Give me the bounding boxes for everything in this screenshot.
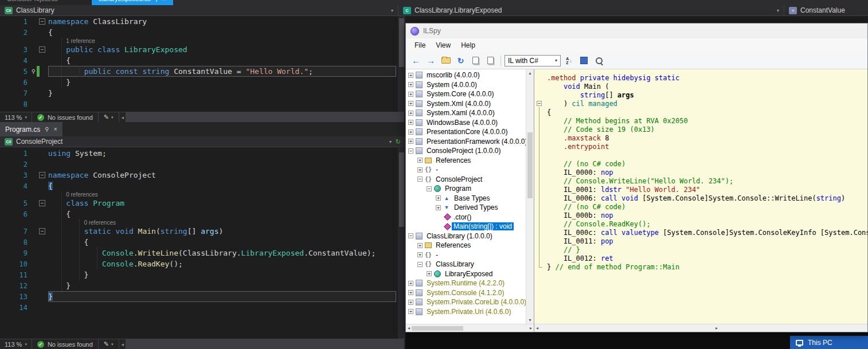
tree-expander[interactable]: +: [417, 158, 423, 163]
back-icon[interactable]: [409, 54, 423, 67]
tree-item[interactable]: +{}-: [406, 165, 534, 175]
edit-mode-control[interactable]: ✎ ▾: [99, 112, 119, 122]
dropdown-arrow-icon[interactable]: ▾: [777, 8, 779, 13]
tree-expander[interactable]: +: [436, 195, 441, 201]
code-line[interactable]: 3−namespace ConsoleProject: [0, 170, 405, 181]
sync-icon[interactable]: ↻: [396, 138, 401, 146]
zoom-control[interactable]: 113 % ▾: [0, 339, 32, 349]
tree-expander[interactable]: +: [417, 243, 423, 248]
tree-item[interactable]: −{}ClassLibrary: [406, 260, 534, 269]
tree-expander[interactable]: −: [427, 186, 432, 191]
close-icon[interactable]: ×: [54, 126, 57, 132]
menu-help[interactable]: Help: [456, 40, 480, 51]
tree-item[interactable]: +System.Private.Uri (4.0.6.0): [406, 307, 534, 317]
dropdown-arrow-icon[interactable]: ▾: [25, 115, 27, 120]
edit-mode-control[interactable]: ✎ ▾: [99, 339, 119, 349]
tree-item[interactable]: Main(string[]) : void: [406, 222, 534, 232]
scrollbar-thumb[interactable]: [126, 112, 404, 122]
tree-item[interactable]: +System.Core (4.0.0.0): [406, 89, 534, 99]
code-line[interactable]: 1using System;: [0, 148, 405, 159]
scrollbar-thumb[interactable]: [399, 152, 404, 227]
tree-expander[interactable]: +: [417, 252, 423, 257]
doc-right-icon[interactable]: [484, 54, 497, 67]
tree-expander[interactable]: +: [408, 139, 413, 144]
tree-vertical-scrollbar[interactable]: ▴ ▾: [526, 69, 534, 324]
scroll-up-icon[interactable]: ▴: [526, 70, 534, 76]
code-line[interactable]: 14: [0, 302, 405, 313]
scroll-left-icon[interactable]: ◂: [122, 115, 124, 120]
scroll-left-icon[interactable]: ◂: [408, 326, 410, 331]
tree-expander[interactable]: +: [408, 120, 413, 125]
fold-collapse-icon[interactable]: −: [39, 228, 45, 234]
tree-item[interactable]: +▼Derived Types: [406, 203, 534, 213]
member-dropdown[interactable]: ≡ ConstantValue: [784, 5, 868, 15]
fold-collapse-icon[interactable]: −: [39, 172, 45, 178]
close-icon[interactable]: ×: [163, 0, 166, 2]
zoom-control[interactable]: 113 % ▾: [0, 112, 32, 122]
issues-indicator[interactable]: ✓ No issues found: [32, 112, 98, 122]
assembly-tree[interactable]: +mscorlib (4.0.0.0)+System (4.0.0.0)+Sys…: [406, 69, 534, 324]
pin-icon[interactable]: ⚲: [45, 126, 49, 132]
menu-view[interactable]: View: [431, 40, 456, 51]
tree-item[interactable]: +{}-: [406, 250, 534, 260]
il-code-view[interactable]: .method private hidebysig static void Ma…: [534, 69, 867, 324]
tree-item[interactable]: +System.Xml (4.0.0.0): [406, 99, 534, 109]
tree-item[interactable]: +System.Console (4.1.2.0): [406, 288, 534, 298]
pin-icon[interactable]: ⚲: [155, 0, 159, 2]
tree-item[interactable]: +System.Private.CoreLib (4.0.0.0): [406, 297, 534, 307]
horizontal-scrollbar[interactable]: ◂: [119, 339, 405, 349]
code-horizontal-scrollbar[interactable]: ◂ ▸: [534, 324, 867, 332]
scrollbar-thumb[interactable]: [527, 132, 533, 198]
tree-item[interactable]: −{}ConsoleProject: [406, 175, 534, 185]
tree-expander[interactable]: +: [408, 309, 413, 314]
scroll-left-icon[interactable]: ◂: [536, 326, 538, 331]
ilspy-title-bar[interactable]: ILSpy: [406, 23, 867, 38]
refresh-icon[interactable]: [454, 54, 467, 67]
tree-expander[interactable]: −: [408, 148, 413, 154]
editor1-scrollbar[interactable]: [398, 16, 405, 112]
issues-indicator[interactable]: ✓ No issues found: [32, 339, 98, 349]
scrollbar-thumb[interactable]: [412, 326, 463, 331]
library-icon[interactable]: [577, 54, 591, 67]
scrollbar-thumb[interactable]: [399, 18, 404, 67]
tree-item[interactable]: −ConsoleProject (1.0.0.0): [406, 146, 534, 156]
tree-expander[interactable]: +: [408, 82, 413, 87]
tree-item[interactable]: +System.Runtime (4.2.2.0): [406, 279, 534, 288]
scrollbar-thumb[interactable]: [126, 339, 404, 349]
scroll-left-icon[interactable]: ◂: [122, 342, 124, 347]
tree-expander[interactable]: +: [408, 73, 413, 78]
tree-expander[interactable]: −: [417, 177, 423, 182]
tree-expander[interactable]: −: [417, 262, 423, 267]
tree-item[interactable]: +mscorlib (4.0.0.0): [406, 70, 534, 80]
tree-expander[interactable]: +: [408, 130, 413, 135]
tree-horizontal-scrollbar[interactable]: ◂ ▸: [406, 324, 534, 332]
horizontal-scrollbar[interactable]: ◂: [119, 112, 405, 122]
tab-consoleproject[interactable]: ConsoleProject.cs: [0, 0, 92, 5]
code-line[interactable]: 1−namespace ClassLibrary: [0, 16, 405, 27]
tree-expander[interactable]: +: [427, 271, 432, 276]
tree-expander[interactable]: +: [417, 167, 423, 172]
tree-expander[interactable]: −: [408, 233, 413, 238]
type-dropdown[interactable]: C ClassLibrary.LibraryExposed ▾: [398, 5, 784, 15]
tree-item[interactable]: +WindowsBase (4.0.0.0): [406, 118, 534, 128]
code-line[interactable]: 8: [0, 99, 405, 109]
project-dropdown[interactable]: C# ConsoleProject ▾ ↻: [0, 136, 405, 147]
tree-item[interactable]: +LibraryExposed: [406, 269, 534, 279]
tree-item[interactable]: +PresentationCore (4.0.0.0): [406, 127, 534, 137]
sort-icon[interactable]: AZ↓: [562, 54, 576, 67]
fold-collapse-icon[interactable]: −: [39, 46, 45, 53]
dropdown-arrow-icon[interactable]: ▾: [25, 342, 27, 347]
fold-collapse-icon[interactable]: −: [39, 18, 45, 25]
tree-item[interactable]: +References: [406, 241, 534, 250]
dropdown-arrow-icon[interactable]: ▾: [111, 342, 114, 347]
code-line[interactable]: 7}: [0, 88, 405, 99]
tree-item[interactable]: +▲Base Types: [406, 194, 534, 203]
open-icon[interactable]: [439, 54, 452, 67]
tree-expander[interactable]: +: [408, 300, 413, 305]
doc-left-icon[interactable]: [469, 54, 482, 67]
editor2-scrollbar[interactable]: [398, 148, 405, 339]
project-dropdown[interactable]: C# ClassLibrary ▾: [0, 5, 398, 15]
dropdown-arrow-icon[interactable]: ▾: [389, 139, 392, 144]
tree-item[interactable]: +System (4.0.0.0): [406, 80, 534, 90]
tree-expander[interactable]: +: [408, 290, 413, 295]
